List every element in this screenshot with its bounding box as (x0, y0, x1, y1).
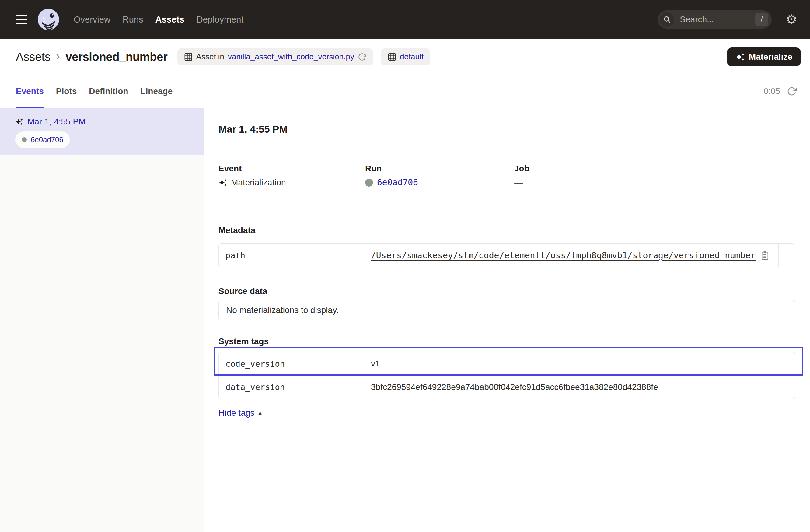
asset-pill-prefix: Asset in (196, 52, 225, 62)
tag-value-cell: 3bfc269594ef649228e9a74bab00f042efc91d5a… (364, 375, 795, 399)
primary-nav: Overview Runs Assets Deployment (74, 15, 243, 25)
source-data-heading: Source data (218, 286, 795, 296)
event-timestamp: Mar 1, 4:55 PM (27, 117, 85, 127)
breadcrumb: Assets › versioned_number (16, 50, 168, 64)
tab-definition[interactable]: Definition (89, 75, 128, 108)
run-id-pill[interactable]: 6e0ad706 (15, 131, 70, 148)
group-grid-icon (388, 53, 396, 61)
top-nav-bar: Overview Runs Assets Deployment / ⚙ (0, 0, 810, 39)
nav-item-overview[interactable]: Overview (74, 15, 111, 25)
metadata-action-cell (779, 244, 795, 267)
nav-item-deployment[interactable]: Deployment (197, 15, 244, 25)
breadcrumb-current-asset: versioned_number (65, 50, 167, 64)
metadata-key-cell: path (219, 244, 364, 267)
materialize-label: Materialize (749, 52, 792, 62)
search-shortcut-badge: / (755, 13, 768, 26)
event-column-label: Event (218, 163, 365, 174)
materialization-sparkle-icon (15, 118, 23, 126)
divider (218, 152, 795, 152)
event-type-value: Materialization (231, 177, 286, 188)
run-id-link[interactable]: 6e0ad706 (377, 177, 418, 188)
metadata-value-cell: /Users/smackesey/stm/code/elementl/oss/t… (364, 244, 779, 267)
materialization-sparkle-icon (218, 178, 227, 187)
refresh-countdown: 0:05 (764, 86, 780, 96)
event-list-item-selected[interactable]: Mar 1, 4:55 PM 6e0ad706 (0, 108, 204, 155)
asset-page-header: Assets › versioned_number Asset in vanil… (0, 39, 810, 75)
nav-item-assets[interactable]: Assets (156, 15, 184, 25)
run-status-dot (22, 137, 27, 142)
asset-definition-pill[interactable]: Asset in vanilla_asset_with_code_version… (177, 48, 373, 65)
search-input[interactable] (680, 15, 755, 25)
tag-value-cell: v1 (364, 352, 795, 375)
refresh-icon[interactable] (787, 86, 797, 96)
dagster-logo (37, 8, 60, 31)
hide-tags-link[interactable]: Hide tags ▲ (218, 408, 263, 418)
gear-icon[interactable]: ⚙ (785, 13, 797, 26)
asset-tabs-bar: Events Plots Definition Lineage 0:05 (0, 75, 810, 108)
divider (218, 211, 795, 211)
tab-events[interactable]: Events (16, 75, 44, 108)
job-empty-value: — (514, 177, 523, 188)
caret-up-icon: ▲ (257, 410, 263, 416)
run-id-label: 6e0ad706 (31, 135, 63, 144)
tag-key-cell: data_version (219, 375, 364, 399)
tab-plots[interactable]: Plots (56, 75, 77, 108)
metadata-table: path /Users/smackesey/stm/code/elementl/… (218, 243, 795, 267)
event-detail-panel: Mar 1, 4:55 PM Event Materialization (205, 108, 810, 532)
menu-icon[interactable] (16, 15, 27, 24)
source-data-empty-state: No materializations to display. (218, 300, 795, 320)
path-link[interactable]: /Users/smackesey/stm/code/elementl/oss/t… (371, 251, 756, 260)
copy-icon[interactable] (760, 250, 770, 261)
tag-key-cell: code_version (219, 352, 364, 375)
system-tags-table: code_version v1 data_version 3bfc269594e… (218, 352, 795, 399)
metadata-heading: Metadata (218, 225, 795, 236)
materialize-button[interactable]: Materialize (727, 47, 801, 66)
grid-icon (184, 53, 193, 61)
search-box[interactable]: / (658, 10, 772, 29)
job-column-label: Job (514, 163, 530, 174)
breadcrumb-assets-link[interactable]: Assets (16, 50, 50, 64)
chevron-right-icon: › (56, 49, 60, 63)
search-icon (660, 12, 674, 27)
code-location-link[interactable]: vanilla_asset_with_code_version.py (228, 52, 354, 62)
reload-location-icon[interactable] (358, 53, 366, 61)
tab-lineage[interactable]: Lineage (140, 75, 173, 108)
sparkle-icon (735, 52, 745, 62)
event-list-sidebar: Mar 1, 4:55 PM 6e0ad706 (0, 108, 205, 532)
system-tags-heading: System tags (218, 336, 795, 346)
nav-item-runs[interactable]: Runs (123, 15, 143, 25)
run-status-dot (365, 179, 373, 187)
group-link[interactable]: default (400, 52, 424, 62)
run-column-label: Run (365, 163, 514, 174)
event-detail-title: Mar 1, 4:55 PM (218, 124, 795, 135)
asset-group-pill[interactable]: default (381, 48, 430, 65)
